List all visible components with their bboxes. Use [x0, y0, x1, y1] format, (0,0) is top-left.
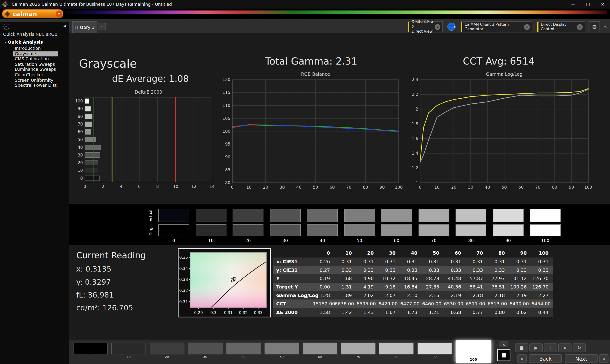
table-cell: 28.78	[422, 276, 444, 281]
close-button[interactable]: ×	[595, 0, 610, 9]
table-cell: 0.31	[335, 259, 356, 264]
table-cell: 100.26	[509, 284, 531, 290]
deltae-chart-plot: 024681012141009080706050403020100	[72, 96, 217, 192]
svg-text:10: 10	[78, 168, 83, 173]
patch-color	[150, 343, 184, 354]
reading-cdm2: cd/m²: 126.705	[76, 303, 133, 312]
back-skip-button[interactable]: «	[517, 354, 527, 363]
continuous-read-button[interactable]: ∞	[558, 343, 572, 352]
svg-text:30: 30	[468, 185, 473, 190]
patch-color	[417, 343, 452, 354]
swatch-column-label: 90	[493, 238, 523, 243]
minimize-button[interactable]: —	[566, 0, 581, 9]
pattern-patch-90[interactable]: 90	[417, 343, 452, 359]
table-cell: 0.33	[378, 268, 400, 273]
table-cell: 0.80	[488, 310, 510, 315]
patch-color	[341, 343, 375, 354]
pattern-patch-40[interactable]: 40	[226, 343, 261, 359]
sidebar-item-cms-calibration[interactable]: CMS Calibration	[15, 56, 58, 62]
pattern-bar: ∧ ■ ▶ ∥ ∞ ↻ « Back Next » 01020304050607…	[69, 339, 610, 364]
sidebar-item-colorchecker[interactable]: ColorChecker	[15, 72, 58, 78]
table-cell: 0.31	[531, 259, 553, 264]
pattern-generator-status-bar	[461, 22, 462, 32]
svg-text:0: 0	[83, 184, 86, 189]
pattern-window-button[interactable]	[497, 349, 511, 361]
svg-text:6: 6	[138, 184, 141, 189]
svg-text:0.32: 0.32	[239, 310, 247, 315]
add-tab-button[interactable]: +	[98, 23, 106, 30]
svg-text:1.2: 1.2	[412, 166, 418, 170]
target-swatch-30	[270, 224, 300, 236]
meter-dropdown[interactable]: X-Rite i1Pro 2 Direct View ▼	[408, 21, 443, 32]
table-cell: 41.48	[444, 276, 466, 281]
sidebar-item-screen-uniformity[interactable]: Screen Uniformity	[15, 78, 58, 83]
target-swatch-10	[195, 224, 226, 236]
pattern-patch-80[interactable]: 80	[379, 343, 414, 359]
table-column-header: 80	[488, 250, 510, 256]
next-skip-button[interactable]: »	[599, 354, 608, 363]
maximize-button[interactable]: □	[581, 0, 595, 9]
svg-text:12: 12	[191, 184, 196, 189]
pattern-patch-0[interactable]: 0	[73, 343, 108, 359]
chevron-down-icon[interactable]: ▼	[577, 24, 583, 29]
settings-gear-button[interactable]: ⚙	[589, 21, 600, 32]
tab-history-1[interactable]: History 1	[72, 21, 97, 33]
stop-button[interactable]: ■	[515, 343, 529, 352]
table-column-header: 40	[400, 250, 422, 256]
pattern-bar-collapse-button[interactable]: ∧	[499, 342, 508, 347]
sidebar-item-spectral-power-dist[interactable]: Spectral Power Dist.	[15, 83, 58, 88]
svg-text:0.34: 0.34	[179, 266, 188, 271]
loop-button[interactable]: ↻	[572, 343, 586, 352]
table-cell: 0.33	[531, 268, 553, 273]
target-swatch-100	[530, 224, 561, 236]
actual-swatch-80	[455, 209, 486, 222]
pattern-generator-dropdown[interactable]: CalMAN Client 3 Pattern Generator ▼	[461, 21, 532, 32]
pattern-window-icon	[502, 353, 506, 357]
svg-text:10: 10	[434, 185, 440, 190]
back-button[interactable]: Back	[529, 354, 562, 363]
gamma-chart-title: Gamma Log/Log	[420, 71, 588, 78]
chevron-down-icon[interactable]: ▼	[524, 24, 530, 29]
table-row-label: CCT	[273, 301, 313, 307]
display-control-dropdown[interactable]: Direct Display Control ▼	[537, 21, 585, 32]
pattern-patch-60[interactable]: 60	[303, 343, 337, 359]
workflow-forward-button[interactable]: »	[601, 21, 609, 32]
workflow-root-node[interactable]: ▾Quick Analysis	[5, 40, 43, 45]
table-cell: 0.31	[444, 259, 466, 264]
table-cell: 0.27	[313, 268, 335, 273]
pattern-patch-20[interactable]: 20	[150, 343, 184, 359]
calman-logo-text: calman	[13, 10, 37, 17]
calman-logo-menu[interactable]: calman ▼	[2, 9, 63, 18]
sidebar-item-saturation-sweeps[interactable]: Saturation Sweeps	[15, 62, 58, 67]
pattern-patch-30[interactable]: 30	[188, 343, 222, 359]
svg-text:70: 70	[346, 185, 351, 190]
table-cell: 2.27	[531, 293, 553, 298]
table-row: Y0.191.684.9010.3218.4528.7841.4857.8777…	[273, 274, 553, 283]
pattern-patch-50[interactable]: 50	[264, 343, 299, 359]
loop-icon: ↻	[578, 345, 581, 350]
pattern-patch-70[interactable]: 70	[341, 343, 375, 359]
svg-text:60: 60	[330, 185, 335, 190]
pattern-patch-100[interactable]: 100	[455, 340, 491, 363]
session-options-button[interactable]	[4, 24, 9, 29]
actual-row-label: Actual	[149, 209, 154, 222]
sidebar-item-grayscale[interactable]: Grayscale	[13, 51, 58, 56]
sidebar-collapse-button[interactable]: ◀	[62, 23, 68, 29]
pattern-patch-10[interactable]: 10	[111, 343, 146, 359]
actual-swatch-60	[381, 209, 412, 222]
meter-count-badge[interactable]: 239	[447, 23, 455, 31]
svg-text:80: 80	[363, 185, 368, 190]
logo-dropdown-icon[interactable]: ▼	[55, 11, 62, 17]
pause-button[interactable]: ∥	[544, 343, 557, 352]
chevron-down-icon[interactable]: ▼	[435, 24, 440, 29]
app-window: Calman 2025 Calman Ultimate for Business…	[0, 0, 610, 364]
next-button[interactable]: Next	[565, 354, 597, 363]
sidebar-item-luminance-sweeps[interactable]: Luminance Sweeps	[15, 67, 58, 72]
gamma-chart: Gamma Log/Log 010203040506070809010011.2…	[405, 71, 593, 193]
sidebar-item-introduction[interactable]: Introduction	[15, 46, 58, 51]
next-chevrons-icon: »	[602, 355, 606, 362]
table-cell: 0.31	[356, 259, 378, 264]
de-average-readout: dE Average: 1.08	[112, 74, 189, 84]
play-button[interactable]: ▶	[530, 343, 543, 352]
svg-text:90: 90	[78, 106, 83, 111]
